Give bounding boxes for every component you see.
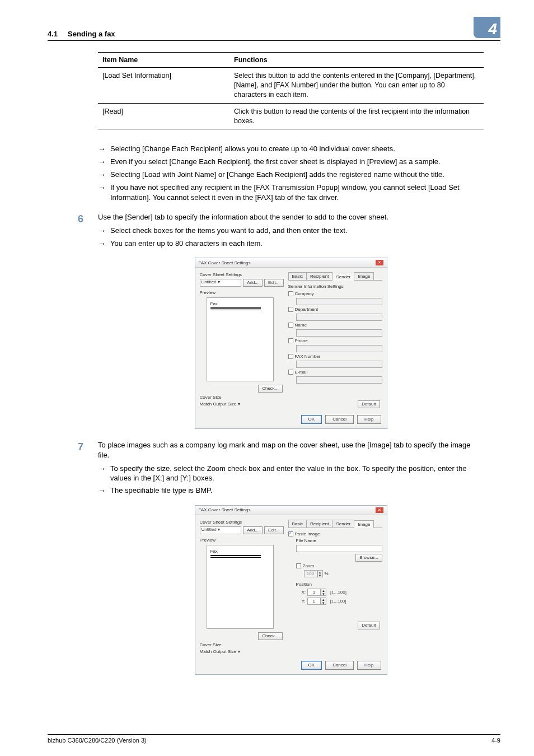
add-button[interactable]: Add...: [243, 279, 263, 287]
item-name: [Read]: [98, 103, 229, 129]
default-button[interactable]: Default: [358, 400, 380, 408]
name-checkbox[interactable]: [288, 323, 293, 328]
company-checkbox[interactable]: [288, 291, 293, 296]
arrow-icon: →: [98, 226, 110, 236]
sub-text: You can enter up to 80 characters in eac…: [110, 239, 263, 249]
note-text: Even if you select [Change Each Recipien…: [110, 157, 484, 167]
company-label: Company: [295, 291, 314, 296]
chapter-badge: 4: [474, 17, 500, 38]
dialog-tabs: Basic Recipient Sender Image: [288, 272, 382, 281]
cover-size-label: Cover Size: [200, 642, 284, 647]
tab-image[interactable]: Image: [354, 520, 374, 528]
edit-button[interactable]: Edit...: [264, 279, 283, 287]
cancel-button[interactable]: Cancel: [325, 415, 354, 424]
item-name: [Load Set Information]: [98, 68, 229, 104]
sender-info-group: Sender Information Settings: [288, 284, 382, 289]
item-desc: Select this button to add the contents e…: [229, 68, 484, 104]
col-header-item: Item Name: [98, 53, 229, 68]
section-title: Sending a fax: [68, 30, 115, 38]
step-7: 7 To place images such as a company log …: [98, 440, 484, 500]
tab-sender[interactable]: Sender: [332, 273, 354, 281]
cover-sheet-select[interactable]: Untitled ▾: [200, 279, 242, 287]
department-checkbox[interactable]: [288, 307, 293, 312]
dialog-title: FAX Cover Sheet Settings: [199, 507, 251, 512]
x-stepper[interactable]: 1▲▼: [307, 589, 326, 596]
step-text: Use the [Sender] tab to specify the info…: [98, 212, 484, 222]
tab-sender[interactable]: Sender: [332, 520, 354, 528]
check-button[interactable]: Check...: [258, 385, 282, 393]
cover-size-select[interactable]: Match Output Size ▾: [200, 649, 256, 654]
ok-button[interactable]: OK: [301, 661, 322, 670]
name-input[interactable]: [296, 329, 382, 337]
edit-button[interactable]: Edit...: [264, 526, 283, 534]
dialog-tabs: Basic Recipient Sender Image: [288, 520, 382, 528]
add-button[interactable]: Add...: [243, 526, 263, 534]
fax-checkbox[interactable]: [288, 354, 293, 359]
preview-label: Preview: [200, 538, 284, 543]
close-icon[interactable]: ✕: [376, 507, 383, 513]
ok-button[interactable]: OK: [301, 415, 322, 424]
cancel-button[interactable]: Cancel: [325, 661, 354, 670]
preview-fax-label: Fax: [210, 301, 261, 309]
fax-input[interactable]: [296, 361, 382, 368]
item-desc: Click this button to read the contents o…: [229, 103, 484, 129]
check-button[interactable]: Check...: [258, 632, 282, 640]
file-name-input[interactable]: [296, 545, 382, 552]
name-label: Name: [295, 323, 307, 328]
email-input[interactable]: [296, 376, 382, 384]
y-label: Y:: [302, 599, 306, 604]
note-text: Selecting [Load with Joint Name] or [Cha…: [110, 170, 484, 180]
email-checkbox[interactable]: [288, 370, 293, 375]
x-label: X:: [302, 590, 306, 595]
arrow-icon: →: [98, 183, 110, 202]
arrow-icon: →: [98, 170, 110, 180]
tab-recipient[interactable]: Recipient: [306, 272, 332, 280]
x-range: [1...100]: [330, 590, 346, 595]
arrow-icon: →: [98, 486, 110, 496]
preview-pane: Fax: [207, 545, 274, 629]
section-number: 4.1: [48, 30, 58, 38]
arrow-icon: →: [98, 464, 110, 483]
page-footer: bizhub C360/C280/C220 (Version 3) 4-9: [48, 734, 500, 744]
paste-image-checkbox[interactable]: [288, 531, 293, 536]
preview-label: Preview: [200, 290, 284, 295]
phone-label: Phone: [295, 338, 308, 343]
sub-text: Select check boxes for the items you wan…: [110, 226, 347, 236]
dialog-title: FAX Cover Sheet Settings: [199, 260, 251, 265]
department-label: Department: [295, 307, 318, 312]
file-name-label: File Name: [296, 538, 382, 543]
note-text: If you have not specified any recipient …: [110, 183, 484, 202]
tab-image[interactable]: Image: [354, 272, 374, 280]
zoom-checkbox[interactable]: [296, 563, 301, 568]
phone-checkbox[interactable]: [288, 338, 293, 343]
default-button[interactable]: Default: [358, 622, 380, 629]
browse-button[interactable]: Browse...: [355, 554, 382, 562]
position-label: Position: [296, 582, 382, 587]
footer-left: bizhub C360/C280/C220 (Version 3): [48, 737, 147, 744]
fax-label: FAX Number: [295, 354, 321, 359]
tab-recipient[interactable]: Recipient: [306, 520, 332, 528]
cover-size-label: Cover Size: [200, 395, 284, 400]
table-row: [Load Set Information] Select this butto…: [98, 68, 484, 104]
cover-size-select[interactable]: Match Output Size ▾: [200, 402, 256, 407]
tab-basic[interactable]: Basic: [288, 520, 307, 528]
arrow-icon: →: [98, 144, 110, 155]
step-number: 6: [78, 212, 98, 253]
preview-fax-label: Fax: [210, 549, 261, 556]
help-button[interactable]: Help: [357, 415, 381, 424]
step-text: To place images such as a company log ma…: [98, 440, 484, 460]
close-icon[interactable]: ✕: [376, 260, 383, 265]
company-input[interactable]: [296, 298, 382, 305]
y-stepper[interactable]: 1▲▼: [307, 598, 326, 605]
tab-basic[interactable]: Basic: [288, 272, 307, 280]
note-text: Selecting [Change Each Recipient] allows…: [110, 144, 484, 155]
step-number: 7: [78, 440, 98, 500]
zoom-stepper[interactable]: 100▲▼: [304, 570, 323, 577]
cover-sheet-select[interactable]: Untitled ▾: [200, 526, 242, 534]
paste-image-label: Paste Image: [295, 531, 320, 536]
help-button[interactable]: Help: [357, 661, 381, 670]
item-functions-table: Item Name Functions [Load Set Informatio…: [98, 52, 484, 129]
cover-sheet-settings-label: Cover Sheet Settings: [200, 520, 284, 525]
department-input[interactable]: [296, 314, 382, 321]
phone-input[interactable]: [296, 345, 382, 352]
